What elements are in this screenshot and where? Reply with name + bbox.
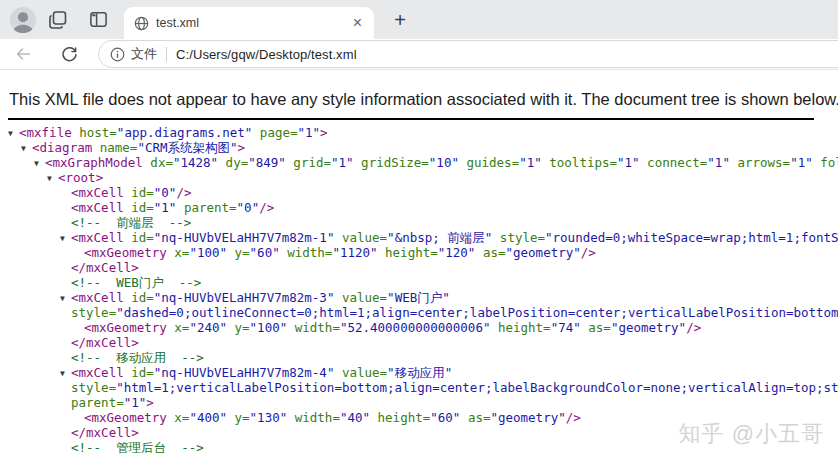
xml-line: <!-- 移动应用 --> <box>0 350 838 365</box>
collapse-arrow-icon[interactable]: ▼ <box>60 291 71 305</box>
collapse-arrow-icon[interactable]: ▼ <box>60 231 71 245</box>
xml-line: style="html=1;verticalLabelPosition=bott… <box>0 380 838 395</box>
collapse-arrow-icon[interactable]: ▼ <box>47 171 58 185</box>
xml-line: <!-- WEB门户 --> <box>0 275 838 290</box>
xml-line: <mxGeometry x="100" y="60" width="1120" … <box>0 245 838 260</box>
xml-token-val: "849" <box>248 155 286 170</box>
no-style-message: This XML file does not appear to have an… <box>0 70 838 109</box>
xml-token-val: "1" <box>707 155 730 170</box>
xml-token-val: "1" <box>519 155 542 170</box>
watermark: 知乎 @小五哥 <box>679 419 824 449</box>
xml-token-val: "60" <box>430 410 460 425</box>
xml-token-tag: <root> <box>58 170 103 185</box>
xml-viewer-page: This XML file does not appear to have an… <box>0 70 838 457</box>
xml-token-tag: /> <box>259 200 274 215</box>
xml-token-val: "&nbsp; 前端层" <box>387 230 492 245</box>
xml-token-val: "nq-HUVbVELaHH7V7m82m-4" <box>154 365 335 380</box>
xml-token-attr: x= <box>174 410 189 425</box>
xml-token-val: "400" <box>189 410 227 425</box>
new-tab-button[interactable]: + <box>388 10 412 30</box>
xml-token-val: "dashed=0;outlineConnect=0;html=1;align=… <box>116 305 838 320</box>
xml-token-attr: id= <box>131 290 154 305</box>
xml-token-tag: /> <box>686 320 701 335</box>
collapse-arrow-icon[interactable]: ▼ <box>8 126 19 140</box>
xml-line: ▼<mxCell id="nq-HUVbVELaHH7V7m82m-1" val… <box>0 230 838 245</box>
xml-token-comment: <!-- 管理后台 --> <box>71 440 204 455</box>
xml-line: </mxCell> <box>0 260 838 275</box>
browser-toolbar: 文件 C:/Users/gqw/Desktop/test.xml <box>0 39 838 70</box>
xml-token-val: "1" <box>154 200 177 215</box>
back-button[interactable] <box>6 45 40 63</box>
xml-token-val: "1" <box>790 155 813 170</box>
xml-token-attr: id= <box>131 365 154 380</box>
tab-title: test.xml <box>156 16 349 30</box>
workspaces-icon[interactable] <box>38 5 78 35</box>
close-tab-icon[interactable]: × <box>349 15 366 31</box>
xml-token-val: "移动应用" <box>387 365 452 380</box>
xml-token-attr: host= <box>79 125 117 140</box>
xml-token-tag: <mxGraphModel <box>45 155 150 170</box>
xml-line: ▼<mxGraphModel dx="1428" dy="849" grid="… <box>0 155 838 170</box>
tab-testxml[interactable]: test.xml × <box>124 7 374 39</box>
xml-token-tag: </mxCell> <box>71 425 139 440</box>
collapse-arrow-icon[interactable]: ▼ <box>60 366 71 380</box>
xml-token-attr: style= <box>492 230 545 245</box>
xml-token-attr: gridSize= <box>354 155 429 170</box>
profile-avatar[interactable] <box>8 5 38 35</box>
xml-line: ▼<mxCell id="nq-HUVbVELaHH7V7m82m-3" val… <box>0 290 838 305</box>
xml-token-attr: id= <box>131 185 154 200</box>
xml-token-val: "1428" <box>173 155 218 170</box>
xml-token-tag: </mxCell> <box>71 335 139 350</box>
xml-line: parent="1"> <box>0 395 838 410</box>
xml-token-attr: value= <box>334 365 387 380</box>
xml-token-attr: arrows= <box>730 155 790 170</box>
xml-token-attr: height= <box>370 410 430 425</box>
xml-token-val: "0" <box>154 185 177 200</box>
xml-token-tag: > <box>238 140 246 155</box>
back-arrow-icon <box>14 45 32 63</box>
address-bar[interactable]: 文件 C:/Users/gqw/Desktop/test.xml <box>98 40 838 68</box>
xml-line: <mxGeometry x="240" y="100" width="52.40… <box>0 320 838 335</box>
globe-icon <box>134 16 149 31</box>
info-icon[interactable] <box>110 47 125 62</box>
xml-line: <mxCell id="1" parent="0"/> <box>0 200 838 215</box>
xml-token-attr: value= <box>334 230 387 245</box>
collapse-arrow-icon[interactable]: ▼ <box>34 156 45 170</box>
xml-token-val: "100" <box>189 245 227 260</box>
xml-token-attr: id= <box>131 200 154 215</box>
xml-token-attr: as= <box>460 410 490 425</box>
xml-token-attr: style= <box>71 305 116 320</box>
xml-token-attr: fold= <box>813 155 838 170</box>
xml-token-val: "74" <box>551 320 581 335</box>
refresh-icon <box>61 46 78 63</box>
xml-token-val: "app.diagrams.net" <box>117 125 252 140</box>
xml-token-attr: id= <box>131 230 154 245</box>
xml-token-val: "1" <box>617 155 640 170</box>
xml-token-tag: <mxGeometry <box>84 320 174 335</box>
xml-token-val: "40" <box>340 410 370 425</box>
xml-line: ▼<root> <box>0 170 838 185</box>
xml-token-val: "geometry" <box>506 245 581 260</box>
xml-token-comment: <!-- 移动应用 --> <box>71 350 204 365</box>
xml-token-attr: guides= <box>459 155 519 170</box>
xml-token-tag: > <box>146 395 154 410</box>
vertical-tabs-icon[interactable] <box>78 5 118 35</box>
xml-token-tag: <mxCell <box>71 365 131 380</box>
xml-line: ▼<mxfile host="app.diagrams.net" page="1… <box>0 125 838 140</box>
xml-token-attr: dy= <box>218 155 248 170</box>
xml-token-tag: <mxCell <box>71 230 131 245</box>
xml-token-val: "1" <box>297 125 320 140</box>
xml-line: style="dashed=0;outlineConnect=0;html=1;… <box>0 305 838 320</box>
xml-token-val: "html=1;verticalLabelPosition=bottom;ali… <box>116 380 838 395</box>
xml-token-tag: <mxCell <box>71 290 131 305</box>
xml-token-val: "1120" <box>332 245 377 260</box>
collapse-arrow-icon[interactable]: ▼ <box>21 141 32 155</box>
refresh-button[interactable] <box>52 46 86 63</box>
address-url[interactable]: C:/Users/gqw/Desktop/test.xml <box>176 47 357 62</box>
xml-token-tag: </mxCell> <box>71 260 139 275</box>
xml-token-attr: as= <box>581 320 611 335</box>
xml-line: ▼<mxCell id="nq-HUVbVELaHH7V7m82m-4" val… <box>0 365 838 380</box>
xml-token-attr: grid= <box>286 155 331 170</box>
xml-token-tag: <mxGeometry <box>84 245 174 260</box>
xml-line: ▼<diagram name="CRM系统架构图"> <box>0 140 838 155</box>
